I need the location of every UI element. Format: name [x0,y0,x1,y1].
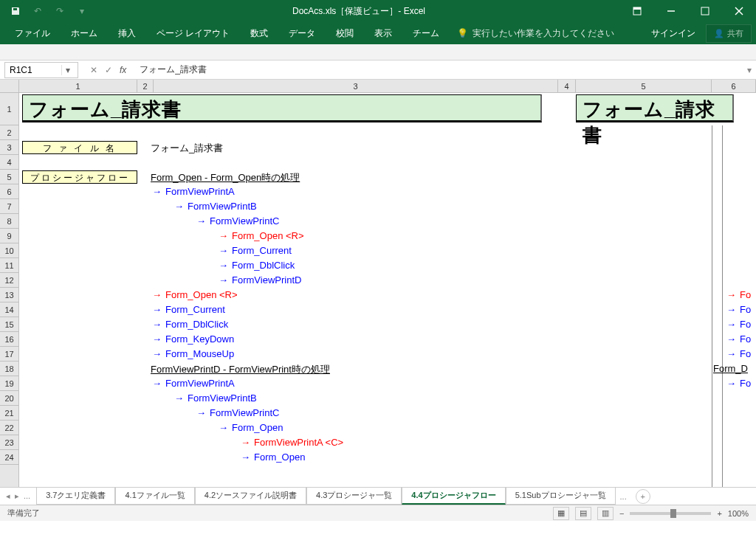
tell-me[interactable]: 💡実行したい作業を入力してください [457,27,614,40]
tab-review[interactable]: 校閲 [326,22,364,44]
row-header[interactable]: 18 [0,362,18,376]
row-header[interactable]: 14 [0,302,18,317]
status-bar: 準備完了 ▦ ▤ ▥ − + 100% [0,505,756,521]
page-layout-view-icon[interactable]: ▤ [575,507,591,520]
flow-line: Form_Current [165,304,225,315]
arrow-icon: → [196,215,206,226]
cells-area[interactable]: フォーム_請求書フォーム_請求書フ ァ イ ル 名プロシージャフローフォーム_請… [19,93,756,487]
row-header[interactable]: 10 [0,243,18,258]
name-box[interactable]: R1C1 ▾ [4,62,78,78]
row-header[interactable]: 22 [0,421,18,435]
tab-data[interactable]: データ [278,22,326,44]
column-header[interactable]: 6 [712,80,756,92]
sheet-tab[interactable]: 4.2ソースファイル説明書 [195,488,306,505]
grid-divider [722,125,723,487]
sheet-tab[interactable]: 5.1Subプロシージャ一覧 [506,488,616,505]
row-header[interactable]: 8 [0,214,18,229]
flow-line: FormViewPrintD [232,274,301,286]
row-header[interactable]: 17 [0,347,18,362]
row-header[interactable]: 12 [0,273,18,288]
tab-formulas[interactable]: 数式 [240,22,278,44]
arrow-icon: → [174,201,184,212]
page-break-view-icon[interactable]: ▥ [597,507,614,520]
cancel-icon[interactable]: ✕ [90,65,97,75]
row-header[interactable]: 15 [0,317,18,332]
row-header[interactable]: 6 [0,184,18,199]
sign-in[interactable]: サインイン [641,27,706,40]
zoom-level[interactable]: 100% [728,509,749,518]
save-icon[interactable] [6,1,25,21]
minimize-button[interactable] [654,0,688,22]
new-sheet-button[interactable]: + [636,489,650,504]
bulb-icon: 💡 [457,28,468,38]
tabs-overflow[interactable]: ... [616,492,631,501]
file-name-label: フ ァ イ ル 名 [22,141,137,154]
svg-rect-1 [633,7,641,10]
zoom-out-button[interactable]: − [619,509,624,518]
row-header[interactable]: 23 [0,435,18,450]
tab-file[interactable]: ファイル [4,22,61,44]
sheet-tab[interactable]: 3.7クエリ定義書 [36,488,115,505]
spreadsheet-grid[interactable]: 123456 123456789101112131415161718192021… [0,80,756,487]
formula-bar[interactable]: フォーム_請求書 [134,63,743,76]
row-header[interactable]: 11 [0,258,18,273]
chevron-right-icon[interactable]: ▸ [15,491,19,501]
row-header[interactable]: 7 [0,199,18,214]
zoom-slider[interactable] [630,512,711,515]
column-header[interactable]: 2 [137,80,154,92]
grid-divider [712,125,712,487]
flow-line: Form_DblClick [232,260,295,271]
column-header[interactable]: 5 [576,80,712,92]
maximize-button[interactable] [688,0,722,22]
tab-page-layout[interactable]: ページ レイアウト [146,22,240,44]
sheet-tab[interactable]: 4.3プロシージャ一覧 [306,488,402,505]
row-header[interactable]: 9 [0,229,18,243]
flow-line: FormViewPrintB [188,392,257,404]
tab-scroll-buttons[interactable]: ◂▸... [0,491,36,501]
row-header[interactable]: 19 [0,376,18,391]
zoom-in-button[interactable]: + [717,509,721,518]
file-name-value: フォーム_請求書 [151,142,223,155]
ribbon-collapsed [0,44,756,60]
ribbon-options-icon[interactable] [620,0,654,22]
redo-icon[interactable]: ↷ [50,1,69,21]
tabs-more[interactable]: ... [24,491,30,501]
row-header[interactable]: 5 [0,170,18,184]
normal-view-icon[interactable]: ▦ [553,507,569,520]
undo-icon[interactable]: ↶ [28,1,47,21]
row-header[interactable]: 21 [0,406,18,421]
row-header[interactable]: 20 [0,391,18,406]
arrow-icon: → [219,230,228,241]
zoom-thumb[interactable] [670,509,676,518]
column-header[interactable]: 1 [19,80,137,92]
flow-line-side: Fo [740,348,751,359]
row-header[interactable]: 13 [0,288,18,302]
select-all-corner[interactable] [0,80,19,92]
tab-home[interactable]: ホーム [61,22,108,44]
procedure-flow-label: プロシージャフロー [22,170,137,184]
sheet-tab[interactable]: 4.1ファイル一覧 [115,488,194,505]
column-header[interactable]: 4 [558,80,576,92]
chevron-down-icon[interactable]: ▾ [61,65,73,75]
sheet-tab[interactable]: 4.4プロシージャフロー [402,488,505,505]
tab-insert[interactable]: 挿入 [108,22,146,44]
row-header[interactable]: 16 [0,332,18,347]
fx-icon[interactable]: fx [120,65,126,75]
row-header[interactable]: 1 [0,93,18,125]
flow-line: Form_Open [254,452,305,463]
formula-expand-icon[interactable]: ▾ [743,65,756,75]
ribbon-tabs: ファイル ホーム 挿入 ページ レイアウト 数式 データ 校閲 表示 チーム 💡… [0,22,756,44]
share-button[interactable]: 👤共有 [706,24,752,43]
tab-view[interactable]: 表示 [364,22,402,44]
row-header[interactable]: 2 [0,125,18,140]
row-header[interactable]: 3 [0,140,18,155]
row-header[interactable]: 4 [0,155,18,170]
close-button[interactable] [722,0,756,22]
qat-dropdown-icon[interactable]: ▾ [72,1,92,21]
flow-line: FormViewPrintA [165,186,235,197]
column-header[interactable]: 3 [154,80,558,92]
tab-team[interactable]: チーム [402,22,450,44]
enter-icon[interactable]: ✓ [105,65,112,75]
row-header[interactable]: 24 [0,450,18,465]
chevron-left-icon[interactable]: ◂ [6,491,10,501]
